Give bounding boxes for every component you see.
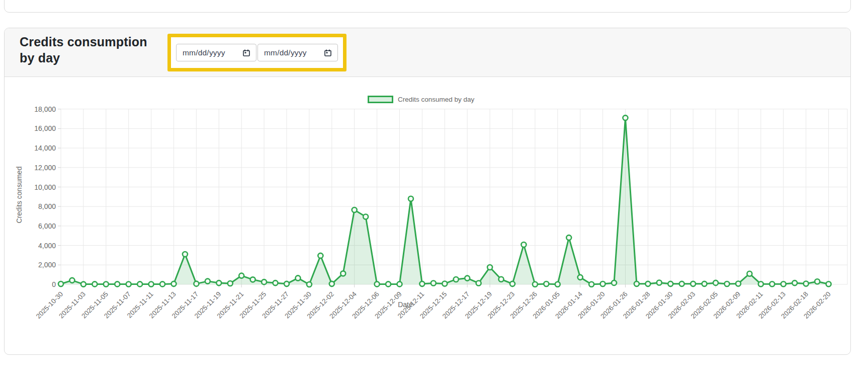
date-to-placeholder: mm/dd/yyyy [264,48,323,57]
y-tick-labels: 02,0004,0006,0008,00010,00012,00014,0001… [34,105,61,288]
page-title: Credits consumption by day [20,34,165,66]
svg-text:12,000: 12,000 [34,164,56,172]
chart-area: Credits consumed by day 02,0004,0006,000… [5,77,850,354]
y-axis-title: Credits consumed [15,167,23,224]
x-tick-labels: 2025-10-302025-11-032025-11-052025-11-07… [35,284,832,320]
date-from-input[interactable]: mm/dd/yyyy [176,44,256,61]
date-to-input[interactable]: mm/dd/yyyy [257,44,338,61]
svg-text:14,000: 14,000 [34,144,56,152]
top-panel [4,0,851,13]
svg-text:2,000: 2,000 [38,261,56,269]
x-axis-title: Date [398,301,413,309]
calendar-icon[interactable] [242,48,251,57]
svg-text:16,000: 16,000 [34,124,56,132]
credits-line-chart: 02,0004,0006,0008,00010,00012,00014,0001… [5,77,850,354]
svg-text:8,000: 8,000 [38,202,56,210]
gridlines [61,109,847,285]
svg-text:4,000: 4,000 [38,242,56,250]
credits-consumption-card: Credits consumption by day mm/dd/yyyy mm… [4,28,851,355]
svg-text:18,000: 18,000 [34,105,56,113]
calendar-icon[interactable] [323,48,332,57]
card-header: Credits consumption by day mm/dd/yyyy mm… [5,28,850,77]
svg-text:6,000: 6,000 [38,222,56,230]
date-from-placeholder: mm/dd/yyyy [183,48,242,57]
svg-text:0: 0 [52,280,56,288]
svg-text:10,000: 10,000 [34,183,56,191]
date-range-highlight: mm/dd/yyyy mm/dd/yyyy [167,34,346,71]
